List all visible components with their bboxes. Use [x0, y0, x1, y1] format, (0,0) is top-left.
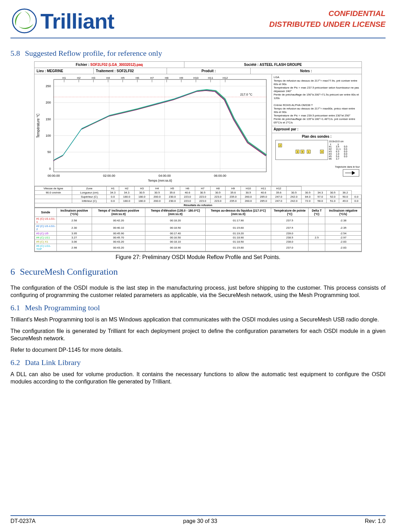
header-rule: [10, 38, 386, 38]
section-number: 6: [10, 267, 15, 277]
svg-text:H6: H6: [136, 76, 139, 79]
figure-caption: Figure 27: Preliminary OSDI Module Reflo…: [10, 254, 386, 260]
svg-text:06:00.00: 06:00.00: [214, 174, 226, 177]
svg-text:50: 50: [47, 150, 51, 154]
section-number: 5.8: [10, 49, 20, 58]
section-number: 6.2: [10, 358, 20, 367]
svg-text:3: 3: [297, 151, 298, 153]
svg-text:0.0: 0.0: [344, 153, 348, 155]
svg-text:H11: H11: [208, 76, 213, 79]
svg-text:0.0: 0.0: [344, 155, 348, 158]
trait-value: SOF2LF02: [116, 69, 134, 73]
footer-rev: Rev: 1.0: [365, 518, 386, 524]
lieu-value: MEGRINE: [47, 69, 63, 73]
section-6-2-paragraph: A DLL can also be used for volume produc…: [10, 371, 386, 385]
svg-text:H5: H5: [121, 76, 125, 79]
svg-text:0: 0: [49, 167, 51, 170]
section-number: 6.1: [10, 303, 20, 312]
svg-text:0.0: 0.0: [344, 150, 348, 153]
societe-label: Société :: [244, 63, 259, 67]
svg-text:#1: #1: [329, 145, 332, 148]
section-title: SecureMesh Configuration: [20, 267, 118, 277]
section-title: Suggested Reflow profile, for reference …: [25, 49, 162, 58]
svg-text:250: 250: [46, 84, 51, 88]
svg-text:x: x: [330, 143, 332, 145]
confidential-line1: CONFIDENTIAL: [269, 8, 386, 19]
brand-name: Trilliant: [40, 9, 114, 33]
section-title: Data Link Library: [25, 358, 81, 367]
plan-sondes-diagram: 2351410.0x10.0 cmxy#13.40.0#211.10.6#36.…: [274, 139, 360, 160]
section-6-paragraph: The configuration of the OSDI module is …: [10, 284, 386, 298]
section-6-1-p2: The configuration file is generated by T…: [10, 327, 386, 342]
svg-text:10.0x10.0 cm: 10.0x10.0 cm: [329, 140, 344, 143]
svg-text:H1: H1: [62, 76, 66, 79]
svg-text:217.0 °C: 217.0 °C: [240, 93, 253, 96]
reflow-results-table: SondeInclinaison positive (°C/s)Temps d'…: [35, 208, 361, 252]
section-6-2-heading: 6.2 Data Link Library: [10, 358, 386, 367]
svg-text:2: 2: [280, 144, 281, 147]
plan-sondes-label: Plan des sondes :: [274, 135, 360, 139]
notes-panel: LGATemps de refusion au dessus de 217°= …: [272, 74, 361, 186]
svg-text:#3: #3: [329, 150, 332, 153]
svg-text:3.4: 3.4: [336, 145, 340, 148]
page-footer: DT-0237A page 30 of 33 Rev: 1.0: [10, 515, 386, 524]
svg-text:Temps (mm:ss.tt): Temps (mm:ss.tt): [148, 179, 172, 182]
svg-text:H8: H8: [165, 76, 169, 79]
footer-doc-id: DT-0237A: [10, 518, 36, 524]
fichier-value: SOF2LF02 (LGA_30032012).paq: [90, 63, 143, 67]
approve-label: Approuvé par :: [272, 126, 361, 133]
svg-text:6.5: 6.5: [336, 150, 340, 153]
svg-text:150: 150: [46, 117, 51, 121]
svg-text:#5: #5: [329, 155, 332, 158]
produit-label: Produit :: [201, 69, 216, 73]
svg-text:H10: H10: [193, 76, 199, 79]
svg-text:H9: H9: [180, 76, 183, 79]
svg-text:200: 200: [46, 101, 51, 104]
svg-text:Température °C: Température °C: [36, 113, 40, 138]
confidential-line2: DISTRIBUTED UNDER LICENSE: [269, 19, 386, 30]
notes-label: Notes :: [300, 69, 312, 73]
section-6-1-p3: Refer to document DP-1145 for more detai…: [10, 346, 386, 354]
svg-text:0.6: 0.6: [344, 148, 348, 150]
section-5-8-heading: 5.8 Suggested Reflow profile, for refere…: [10, 49, 386, 58]
svg-text:1: 1: [308, 151, 310, 153]
svg-text:1.0: 1.0: [336, 153, 340, 155]
chart-header-row1: Fichier : SOF2LF02 (LGA_30032012).paq So…: [35, 62, 361, 68]
svg-text:04:00.00: 04:00.00: [159, 174, 171, 177]
section-6-heading: 6 SecureMesh Configuration: [10, 267, 386, 277]
reflow-chart: Fichier : SOF2LF02 (LGA_30032012).paq So…: [34, 61, 362, 252]
logo: Trilliant: [10, 7, 114, 35]
svg-text:100: 100: [46, 134, 51, 137]
fichier-label: Fichier :: [76, 63, 89, 67]
svg-text:H4: H4: [106, 76, 110, 79]
svg-text:4: 4: [321, 151, 323, 153]
svg-text:#2: #2: [329, 148, 332, 150]
svg-rect-1: [54, 79, 266, 172]
reflow-profile-figure: Fichier : SOF2LF02 (LGA_30032012).paq So…: [34, 61, 362, 252]
svg-text:#6: #6: [329, 158, 332, 160]
section-6-1-p1: Trilliant's Mesh Programming tool is an …: [10, 316, 386, 323]
svg-text:3.7: 3.7: [336, 158, 340, 160]
chart-header-row2: Lieu : MEGRINE Traitement : SOF2LF02 Pro…: [35, 68, 361, 74]
societe-value: ASTEEL FLASH GROUPE: [259, 63, 302, 67]
svg-text:#4: #4: [329, 153, 332, 155]
notes-text: LGATemps de refusion au dessus de 217°= …: [274, 76, 360, 124]
lieu-label: Lieu :: [37, 69, 46, 73]
svg-text:00:00.00: 00:00.00: [47, 174, 60, 177]
footer-page: page 30 of 33: [183, 518, 217, 524]
svg-text:02:00.00: 02:00.00: [103, 174, 115, 177]
plot-area: 05010015020025000:00.0002:00.0004:00.000…: [35, 74, 272, 186]
svg-text:5: 5: [302, 151, 303, 153]
arrow-icon: [342, 169, 360, 177]
svg-text:5.6: 5.6: [336, 155, 340, 158]
section-6-1-heading: 6.1 Mesh Programming tool: [10, 303, 386, 312]
svg-text:H7: H7: [150, 76, 154, 79]
svg-text:H3: H3: [92, 76, 96, 79]
zone-setpoints-table: Vitesse de ligneZoneH1H2H3H4H5H6H7H8H9H1…: [35, 186, 361, 208]
svg-text:H12: H12: [223, 76, 228, 79]
confidential-banner: CONFIDENTIAL DISTRIBUTED UNDER LICENSE: [269, 7, 386, 30]
svg-text:11.1: 11.1: [336, 148, 341, 150]
trait-label: Traitement :: [96, 69, 116, 73]
svg-text:H2: H2: [77, 76, 81, 79]
section-title: Mesh Programming tool: [25, 303, 100, 312]
